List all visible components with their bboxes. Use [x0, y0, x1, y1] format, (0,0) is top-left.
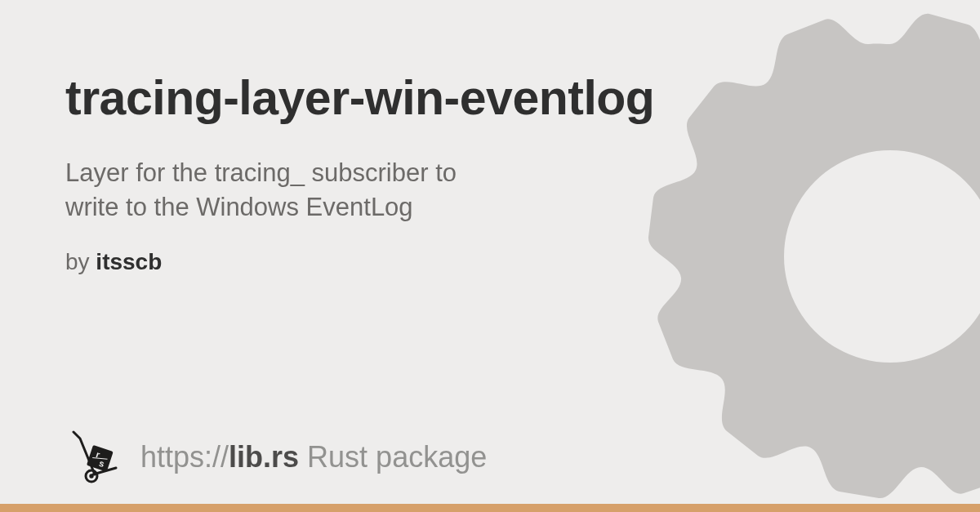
byline-prefix: by: [65, 249, 96, 274]
librs-crate-icon: r s: [65, 430, 122, 484]
byline: by itsscb: [65, 249, 915, 275]
url-suffix: Rust package: [299, 440, 487, 474]
svg-point-1: [91, 475, 92, 477]
author-name: itsscb: [96, 249, 162, 274]
source-url: https://lib.rs Rust package: [140, 440, 487, 474]
url-prefix: https://: [140, 440, 229, 474]
package-title: tracing-layer-win-eventlog: [65, 72, 915, 125]
url-domain: lib.rs: [229, 440, 299, 474]
card-content: tracing-layer-win-eventlog Layer for the…: [0, 0, 980, 275]
package-description: Layer for the tracing_ subscriber to wri…: [65, 156, 490, 225]
accent-bar: [0, 504, 980, 512]
footer: r s https://lib.rs Rust package: [65, 430, 487, 484]
